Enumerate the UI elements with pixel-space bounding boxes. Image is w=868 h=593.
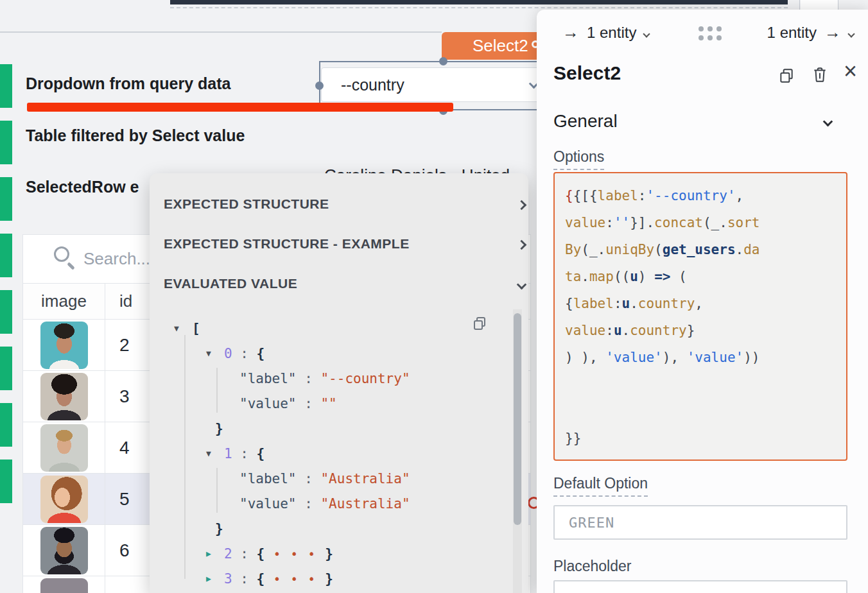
component-indicator-bar bbox=[0, 234, 12, 277]
json-tree-line: ▼0 : { bbox=[165, 341, 505, 366]
general-section-header[interactable]: General bbox=[553, 111, 618, 132]
component-tag-label: Select2 bbox=[473, 36, 528, 56]
json-tree: ▼[▼0 : {"label" : "--country""value" : "… bbox=[165, 316, 505, 591]
collapse-arrow-icon[interactable]: ▼ bbox=[174, 323, 192, 333]
avatar bbox=[40, 527, 88, 574]
duplicate-component-icon[interactable] bbox=[778, 67, 795, 87]
code-line: }} bbox=[565, 425, 836, 452]
chevron-down-icon[interactable] bbox=[824, 116, 831, 128]
collapse-arrow-icon[interactable]: ▼ bbox=[206, 348, 224, 358]
section-evaluated-value[interactable]: EVALUATED VALUE bbox=[164, 274, 297, 293]
avatar-cell bbox=[23, 474, 105, 524]
default-option-label: Default Option bbox=[553, 475, 648, 497]
json-tree-line: "label" : "Australia" bbox=[165, 466, 505, 491]
code-line: value:''}].concat(_.sort bbox=[565, 209, 836, 236]
code-line: {label:u.country, bbox=[565, 290, 836, 317]
label-selectedrow: SelectedRow e bbox=[26, 178, 139, 196]
component-indicator-bar bbox=[0, 177, 12, 221]
json-tree-line: ▶2 : { • • • } bbox=[165, 541, 505, 566]
resize-handle-top[interactable] bbox=[439, 57, 447, 65]
chevron-right-icon bbox=[518, 196, 525, 212]
column-header-id[interactable]: id bbox=[105, 284, 132, 319]
inbound-entity-dropdown[interactable]: → 1 entity bbox=[562, 22, 649, 42]
label-table-filtered: Table filtered by Select value bbox=[26, 126, 245, 145]
search-icon bbox=[54, 246, 69, 262]
drop-indicator-bar bbox=[27, 103, 453, 112]
avatar bbox=[40, 578, 88, 593]
column-header-image[interactable]: image bbox=[23, 284, 105, 319]
grid-handle-icon[interactable] bbox=[699, 26, 722, 40]
avatar bbox=[40, 322, 88, 369]
section-expected-structure-example[interactable]: EXPECTED STRUCTURE - EXAMPLE bbox=[164, 234, 410, 254]
component-indicator-bar bbox=[0, 460, 12, 503]
outbound-entity-dropdown[interactable]: 1 entity → bbox=[767, 22, 854, 42]
code-line: {{[{label:'--country', bbox=[565, 182, 836, 209]
expand-arrow-icon[interactable]: ▶ bbox=[206, 549, 224, 558]
code-line bbox=[565, 371, 836, 398]
code-line: ta.map((u) => ( bbox=[565, 263, 836, 290]
copy-value-icon[interactable] bbox=[472, 316, 487, 334]
evaluation-popup: EXPECTED STRUCTURE EXPECTED STRUCTURE - … bbox=[150, 173, 528, 593]
dropdown-value: --country bbox=[341, 76, 404, 94]
avatar-cell bbox=[23, 371, 105, 422]
component-border-top bbox=[170, 0, 788, 4]
json-tree-line: ▶3 : { • • • } bbox=[165, 566, 505, 591]
outbound-entity-label: 1 entity bbox=[767, 24, 817, 42]
label-dropdown-from-query: Dropdown from query data bbox=[26, 74, 230, 93]
component-tag-select2[interactable]: Select2 bbox=[442, 32, 543, 60]
inbound-entity-label: 1 entity bbox=[587, 24, 636, 42]
country-select-dropdown[interactable]: --country bbox=[321, 67, 542, 102]
component-indicator-bar bbox=[0, 121, 12, 164]
delete-component-icon[interactable] bbox=[812, 66, 828, 85]
json-tree-line: "value" : "Australia" bbox=[165, 491, 505, 516]
app-editor: Select2 --country Dropdown from query da… bbox=[0, 0, 868, 593]
arrow-right-icon: → bbox=[824, 22, 841, 42]
options-label: Options bbox=[553, 148, 604, 170]
component-indicator-bar bbox=[0, 347, 12, 390]
json-tree-line: } bbox=[165, 516, 505, 541]
avatar bbox=[40, 373, 88, 420]
avatar-cell bbox=[23, 422, 105, 473]
code-line bbox=[565, 398, 836, 425]
component-indicator-bar bbox=[0, 403, 12, 447]
avatar-cell bbox=[23, 576, 105, 593]
canvas-gutter bbox=[801, 0, 838, 10]
code-line: By(_.uniqBy(get_users.da bbox=[565, 236, 836, 263]
options-code-editor[interactable]: {{[{label:'--country',value:''}].concat(… bbox=[553, 172, 847, 461]
component-indicator-bar bbox=[0, 64, 12, 108]
code-line: ) ), 'value'), 'value')) bbox=[565, 344, 836, 371]
chevron-down-icon bbox=[644, 22, 649, 40]
scrollbar-thumb[interactable] bbox=[514, 313, 521, 525]
avatar-cell bbox=[23, 525, 105, 576]
collapse-arrow-icon[interactable]: ▼ bbox=[206, 449, 224, 458]
json-tree-line: ▼[ bbox=[165, 316, 505, 341]
component-top-border bbox=[0, 31, 442, 33]
json-tree-line: "value" : "" bbox=[165, 391, 505, 416]
arrow-right-icon: → bbox=[562, 22, 579, 42]
canvas-edge-line bbox=[838, 0, 838, 10]
inspector-panel: → 1 entity 1 entity → Select2 bbox=[537, 10, 868, 593]
resize-handle-left[interactable] bbox=[315, 82, 324, 90]
json-tree-line: "label" : "--country" bbox=[165, 366, 505, 391]
close-panel-icon[interactable]: × bbox=[844, 60, 857, 83]
json-tree-line: } bbox=[165, 416, 505, 441]
section-expected-structure[interactable]: EXPECTED STRUCTURE bbox=[164, 194, 329, 214]
default-option-field[interactable]: GREEN bbox=[553, 505, 847, 540]
avatar bbox=[40, 424, 88, 472]
chevron-down-icon bbox=[518, 276, 525, 291]
json-tree-line: ▼1 : { bbox=[165, 441, 505, 466]
panel-title: Select2 bbox=[553, 62, 621, 84]
chevron-down-icon bbox=[849, 22, 854, 40]
grid-dashed-line bbox=[170, 7, 788, 8]
avatar-cell bbox=[23, 320, 105, 370]
placeholder-field[interactable] bbox=[553, 580, 847, 593]
default-option-placeholder: GREEN bbox=[569, 515, 614, 531]
chevron-right-icon bbox=[518, 236, 525, 252]
avatar bbox=[40, 476, 88, 523]
code-line: value:u.country} bbox=[565, 317, 836, 344]
placeholder-label: Placeholder bbox=[553, 558, 631, 578]
canvas-edge-line bbox=[799, 0, 800, 10]
expand-arrow-icon[interactable]: ▶ bbox=[206, 574, 224, 583]
component-indicator-bar bbox=[0, 290, 12, 334]
